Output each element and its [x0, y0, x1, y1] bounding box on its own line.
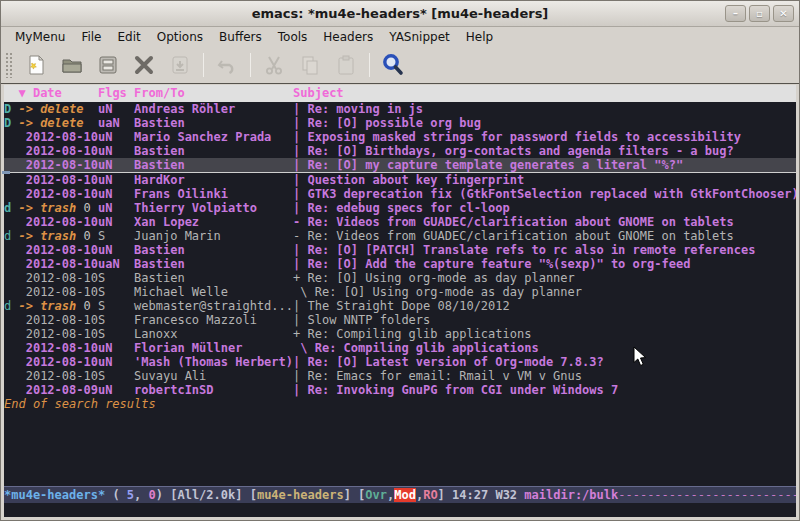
paste-icon[interactable]: [330, 50, 362, 80]
message-row[interactable]: 2012-08-10uN HardKor | Question about ke…: [4, 173, 796, 187]
toolbar: [1, 47, 799, 84]
minibuffer[interactable]: [4, 503, 796, 517]
message-row[interactable]: 2012-08-09uN robertcInSD | Re: Invoking …: [4, 383, 796, 397]
menu-item-mymenu[interactable]: MyMenu: [7, 28, 73, 46]
headers-column-header[interactable]: ▼ Date Flgs From/To Subject: [4, 85, 796, 102]
menu-item-tools[interactable]: Tools: [270, 28, 316, 46]
message-row[interactable]: 2012-08-10uN 'Mash (Thomas Herbert)| Re:…: [4, 355, 796, 369]
toolbar-separator: [203, 53, 204, 77]
menu-item-help[interactable]: Help: [458, 28, 501, 46]
end-of-search-results: End of search results: [4, 397, 796, 411]
close-icon[interactable]: [128, 50, 160, 80]
save-as-icon[interactable]: [164, 50, 196, 80]
cut-icon[interactable]: [258, 50, 290, 80]
close-button[interactable]: ✕: [773, 5, 794, 22]
message-row-current[interactable]: 2012-08-10uN Bastien | Re: [O] my captur…: [4, 158, 796, 173]
message-row[interactable]: 2012-08-10S Suvayu Ali | Re: Emacs for e…: [4, 369, 796, 383]
toolbar-separator: [250, 53, 251, 77]
window-controls: –▫✕: [725, 5, 794, 22]
save-icon[interactable]: [92, 50, 124, 80]
message-row[interactable]: D -> delete uaN Bastien | Re: [O] possib…: [4, 116, 796, 130]
mu4e-headers-buffer: ▼ Date Flgs From/To Subject D -> delete …: [4, 85, 796, 517]
titlebar[interactable]: emacs: *mu4e-headers* [mu4e-headers] –▫✕: [1, 1, 799, 27]
toolbar-separator: [369, 53, 370, 77]
message-row[interactable]: d -> trash 0 S Juanjo Marin - Re: Videos…: [4, 229, 796, 243]
message-row[interactable]: D -> delete uN Andreas Röhler | Re: movi…: [4, 102, 796, 116]
menu-item-headers[interactable]: Headers: [315, 28, 381, 46]
menu-item-file[interactable]: File: [73, 28, 109, 46]
copy-icon[interactable]: [294, 50, 326, 80]
message-row[interactable]: 2012-08-10uN Florian Müllner \ Re: Compi…: [4, 341, 796, 355]
maximize-button[interactable]: ▫: [749, 5, 770, 22]
undo-icon[interactable]: [211, 50, 243, 80]
message-row[interactable]: 2012-08-10uN Bastien | Re: [O] [PATCH] T…: [4, 243, 796, 257]
search-icon[interactable]: [377, 50, 409, 80]
fringe-indicator: [2, 171, 10, 174]
message-row[interactable]: 2012-08-10S Lanoxx + Re: Compiling glib …: [4, 327, 796, 341]
message-row[interactable]: 2012-08-10uN Xan Lopez - Re: Videos from…: [4, 215, 796, 229]
emacs-window: emacs: *mu4e-headers* [mu4e-headers] –▫✕…: [0, 0, 800, 521]
message-row[interactable]: 2012-08-10uN Bastien | Re: [O] Birthdays…: [4, 144, 796, 158]
toolbar-grip[interactable]: [5, 52, 14, 78]
message-list: D -> delete uN Andreas Röhler | Re: movi…: [4, 102, 796, 397]
message-row[interactable]: d -> trash 0 S webmaster@straightd...| T…: [4, 299, 796, 313]
menu-item-yasnippet[interactable]: YASnippet: [381, 28, 458, 46]
modeline: *mu4e-headers* ( 5, 0) [All/2.0k] [mu4e-…: [4, 486, 796, 503]
menu-item-options[interactable]: Options: [149, 28, 211, 46]
message-row[interactable]: d -> trash 0 uN Thierry Volpiatto | Re: …: [4, 201, 796, 215]
message-row[interactable]: 2012-08-10S Francesco Mazzoli | Slow NNT…: [4, 313, 796, 327]
message-row[interactable]: 2012-08-10uN Mario Sanchez Prada | Expos…: [4, 130, 796, 144]
menubar: MyMenuFileEditOptionsBuffersToolsHeaders…: [1, 27, 799, 47]
new-file-icon[interactable]: [20, 50, 52, 80]
menu-item-edit[interactable]: Edit: [110, 28, 149, 46]
message-row[interactable]: 2012-08-10uaN Bastien | Re: [O] Add the …: [4, 257, 796, 271]
open-folder-icon[interactable]: [56, 50, 88, 80]
message-row[interactable]: 2012-08-10S Bastien + Re: [O] Using org-…: [4, 271, 796, 285]
message-row[interactable]: 2012-08-10S Michael Welle \ Re: [O] Usin…: [4, 285, 796, 299]
menu-item-buffers[interactable]: Buffers: [211, 28, 270, 46]
window-title: emacs: *mu4e-headers* [mu4e-headers]: [1, 6, 799, 21]
message-row[interactable]: 2012-08-10uN Frans Oilinki | GTK3 deprec…: [4, 187, 796, 201]
buffer-empty-area: [4, 411, 796, 486]
minimize-button[interactable]: –: [725, 5, 746, 22]
